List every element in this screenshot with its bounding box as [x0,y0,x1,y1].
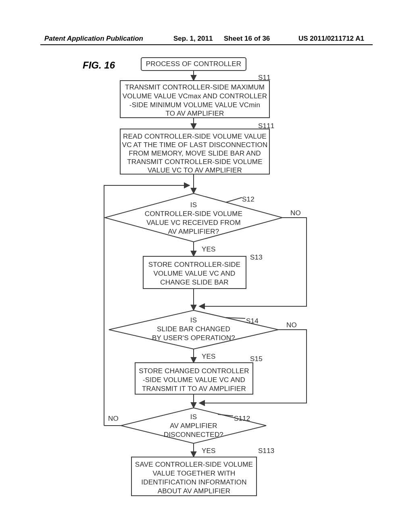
flowchart: PROCESS OF CONTROLLER S11 TRANSMIT CONTR… [0,0,413,532]
s113-l4: ABOUT AV AMPLIFIER [158,487,231,495]
s15-l3: TRANSMIT IT TO AV AMPLIFIER [142,385,246,393]
s12-l2: CONTROLLER-SIDE VOLUME [145,210,242,218]
s12-yes: YES [202,245,216,253]
s14-yes: YES [202,353,216,360]
s11-l1: TRANSMIT CONTROLLER-SIDE MAXIMUM [125,83,265,91]
s13-label: S13 [250,254,263,261]
s111-l4: TRANSMIT CONTROLLER-SIDE VOLUME [127,158,263,166]
s113-l2: VALUE TOGETHER WITH [153,470,236,477]
s111-l3: FROM MEMORY, MOVE SLIDE BAR AND [129,150,261,157]
start-text: PROCESS OF CONTROLLER [146,60,242,68]
s15-l2: -SIDE VOLUME VALUE VC AND [143,376,245,384]
s111-l2: VC AT THE TIME OF LAST DISCONNECTION [122,141,268,149]
s13-l2: VOLUME VALUE VC AND [154,270,236,277]
s13-l1: STORE CONTROLLER-SIDE [148,261,241,268]
s12-no: NO [290,209,301,217]
s111-l1: READ CONTROLLER-SIDE VOLUME VALUE [123,133,267,140]
s113-l3: IDENTIFICATION INFORMATION [141,478,246,486]
s14-label: S14 [246,317,259,325]
s112-label: S112 [234,415,250,422]
s14-no: NO [286,321,297,329]
s12-l3: VALUE VC RECEIVED FROM [146,219,241,227]
s14-l3: BY USER'S OPERATION? [152,334,235,342]
s113-label: S113 [258,447,275,455]
s112-l3: DISCONNECTED? [164,431,223,438]
s14-l2: SLIDE BAR CHANGED [157,325,230,333]
s13-l3: CHANGE SLIDE BAR [160,278,228,286]
s12-l1: IS [190,201,197,209]
s15-label: S15 [250,355,263,363]
s112-l2: AV AMPLIFIER [170,422,217,430]
s14-l1: IS [190,316,197,324]
s12-leader [226,197,242,202]
s112-l1: IS [190,413,197,421]
s112-no: NO [108,415,119,422]
s12-l4: AV AMPLIFIER? [168,228,219,235]
s113-l1: SAVE CONTROLLER-SIDE VOLUME [135,461,253,468]
s15-l1: STORE CHANGED CONTROLLER [139,367,249,375]
s11-l3: -SIDE MINIMUM VOLUME VALUE VCmin [129,101,260,109]
s11-l4: TO AV AMPLIFIER [165,110,224,117]
s12-label: S12 [242,195,254,203]
s11-l2: VOLUME VALUE VCmax AND CONTROLLER [123,92,267,100]
s111-l5: VALUE VC TO AV AMPLIFIER [148,166,242,174]
s112-yes: YES [202,447,216,455]
